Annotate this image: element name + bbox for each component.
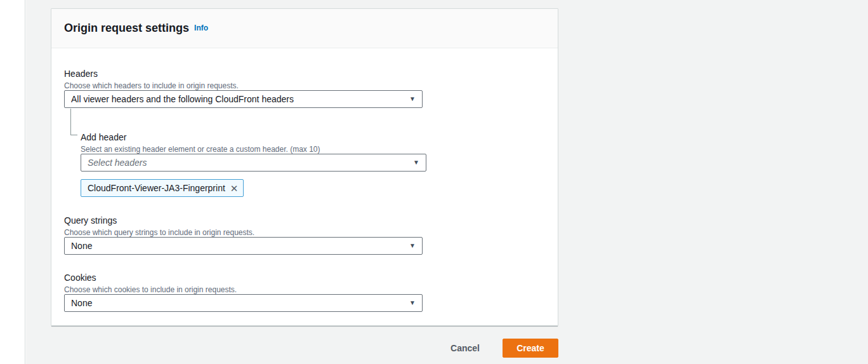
add-header-label: Add header <box>81 132 126 142</box>
add-header-description: Select an existing header element or cre… <box>81 145 320 154</box>
headers-label: Headers <box>64 69 98 79</box>
form-actions: Cancel Create <box>51 339 558 358</box>
token-label: CloudFront-Viewer-JA3-Fingerprint <box>88 183 225 193</box>
page: Origin request settingsInfo Headers Choo… <box>0 0 868 364</box>
chevron-down-icon: ▼ <box>409 243 416 249</box>
cookies-select-value: None <box>71 298 404 308</box>
headers-select[interactable]: All viewer headers and the following Clo… <box>64 90 423 108</box>
panel-title: Origin request settings <box>64 22 189 35</box>
query-strings-select[interactable]: None ▼ <box>64 237 423 255</box>
chevron-down-icon: ▼ <box>413 159 419 166</box>
query-strings-label: Query strings <box>64 215 117 226</box>
cookies-select[interactable]: None ▼ <box>64 294 423 312</box>
left-rail <box>0 0 25 364</box>
headers-description: Choose which headers to include in origi… <box>64 81 239 90</box>
cookies-description: Choose which cookies to include in origi… <box>64 285 237 294</box>
cancel-button[interactable]: Cancel <box>445 340 485 356</box>
headers-select-value: All viewer headers and the following Clo… <box>71 94 404 104</box>
chevron-down-icon: ▼ <box>409 300 416 306</box>
connector-line <box>70 109 77 135</box>
origin-request-settings-panel: Origin request settingsInfo Headers Choo… <box>51 8 558 326</box>
create-button[interactable]: Create <box>503 339 558 358</box>
info-link[interactable]: Info <box>194 24 208 32</box>
selected-header-token: CloudFront-Viewer-JA3-Fingerprint ✕ <box>81 179 244 197</box>
query-strings-select-value: None <box>71 241 404 251</box>
add-header-select[interactable]: Select headers ▼ <box>81 154 426 172</box>
chevron-down-icon: ▼ <box>409 96 416 102</box>
close-icon[interactable]: ✕ <box>230 184 239 193</box>
add-header-select-placeholder: Select headers <box>88 158 408 168</box>
panel-header: Origin request settingsInfo <box>51 9 558 48</box>
query-strings-description: Choose which query strings to include in… <box>64 228 254 237</box>
cookies-label: Cookies <box>64 273 96 283</box>
